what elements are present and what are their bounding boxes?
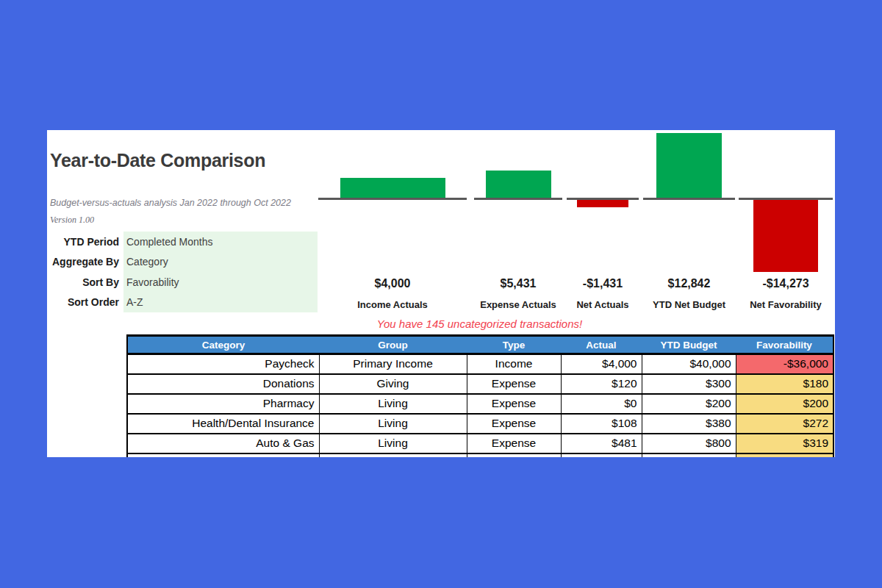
cell-group[interactable]: Giving — [319, 374, 467, 394]
bar-value-label: $4,000 — [318, 277, 467, 290]
dashboard-panel: Year-to-Date Comparison Budget-versus-ac… — [47, 130, 835, 457]
table-header-row: Category Group Type Actual YTD Budget Fa… — [127, 336, 833, 354]
cell-actual[interactable]: $4,000 — [561, 354, 642, 374]
sort-order-label: Sort Order — [50, 296, 123, 308]
table-row: Paycheck Primary Income Income $4,000 $4… — [127, 354, 833, 374]
ytd-period-value-cell[interactable]: Completed Months — [123, 232, 318, 252]
bar-ytd-net-budget — [656, 133, 722, 198]
uncategorized-warning: You have 145 uncategorized transactions! — [126, 318, 833, 330]
table-row: Health/Dental Insurance Living Expense $… — [127, 414, 833, 434]
cell-type[interactable]: Expense — [467, 394, 561, 414]
cell-ytd-budget[interactable]: $300 — [642, 374, 736, 394]
cell-group[interactable]: Living — [319, 414, 467, 434]
bar-value-label: -$1,431 — [567, 277, 639, 290]
bar-income-actuals — [340, 178, 445, 198]
chart-column-income-actuals: $4,000 Income Actuals — [318, 133, 467, 317]
version-label: Version 1.00 — [50, 215, 94, 226]
setting-row-ytd-period: YTD Period Completed Months — [50, 232, 318, 252]
setting-row-aggregate-by: Aggregate By Category — [50, 252, 318, 273]
cell-favorability[interactable]: -$36,000 — [736, 354, 833, 374]
cell-group[interactable]: Living — [319, 394, 467, 414]
ytd-period-label: YTD Period — [50, 236, 123, 248]
cell-ytd-budget[interactable]: $40,000 — [642, 354, 736, 374]
setting-row-sort-order: Sort Order A-Z — [50, 293, 318, 313]
setting-row-sort-by: Sort By Favorability — [50, 272, 318, 293]
aggregate-by-label: Aggregate By — [50, 256, 123, 268]
cell-category[interactable]: Pharmacy — [127, 394, 319, 414]
axis-baseline — [474, 198, 562, 200]
axis-baseline — [567, 198, 639, 200]
cell-category[interactable]: Auto & Gas — [127, 434, 319, 453]
chart-column-net-actuals: -$1,431 Net Actuals — [567, 133, 639, 317]
report-subtitle: Budget-versus-actuals analysis Jan 2022 … — [50, 198, 291, 208]
cell-actual[interactable]: $481 — [561, 434, 642, 453]
axis-baseline — [643, 198, 735, 200]
cell-type[interactable]: Expense — [467, 414, 561, 434]
cell-group[interactable]: Primary Income — [319, 354, 467, 374]
bar-category-label: Net Favorability — [739, 299, 833, 310]
cell-favorability[interactable]: $180 — [736, 374, 833, 394]
bar-net-actuals — [577, 200, 628, 207]
bar-value-label: $12,842 — [643, 277, 735, 290]
bar-net-favorability — [753, 200, 818, 272]
col-header-category[interactable]: Category — [127, 336, 319, 354]
table-row: Auto & Gas Living Expense $481 $800 $319 — [127, 434, 833, 453]
bar-category-label: Net Actuals — [567, 299, 639, 310]
cell-category[interactable]: Donations — [127, 374, 319, 394]
table-row: Donations Giving Expense $120 $300 $180 — [127, 374, 833, 394]
page-title: Year-to-Date Comparison — [50, 150, 265, 171]
chart-column-net-favorability: -$14,273 Net Favorability — [739, 133, 833, 317]
cell-category[interactable]: Health/Dental Insurance — [127, 414, 319, 434]
col-header-group[interactable]: Group — [319, 336, 467, 354]
bar-expense-actuals — [486, 171, 551, 198]
cell-category[interactable]: Paycheck — [127, 354, 319, 374]
cell-group[interactable]: Living — [319, 434, 467, 453]
col-header-actual[interactable]: Actual — [561, 336, 642, 354]
cell-actual[interactable]: $108 — [561, 414, 642, 434]
page-background: { "page": { "background": "#4267E2", "pa… — [0, 0, 882, 588]
cell-type[interactable]: Expense — [467, 374, 561, 394]
table-row-clipped — [127, 453, 833, 458]
bar-value-label: $5,431 — [474, 277, 562, 290]
cell-ytd-budget[interactable]: $200 — [642, 394, 736, 414]
cell-ytd-budget[interactable]: $380 — [642, 414, 736, 434]
cell-favorability-clipped — [736, 453, 833, 458]
bar-value-label: -$14,273 — [739, 277, 833, 290]
cell-favorability[interactable]: $319 — [736, 434, 833, 453]
cell-type[interactable]: Income — [467, 354, 561, 374]
chart-column-ytd-net-budget: $12,842 YTD Net Budget — [643, 133, 735, 317]
sort-by-value-cell[interactable]: Favorability — [123, 272, 318, 293]
cell-ytd-budget[interactable]: $800 — [642, 434, 736, 453]
sort-order-value-cell[interactable]: A-Z — [123, 293, 318, 313]
sort-by-label: Sort By — [50, 276, 123, 288]
chart-column-expense-actuals: $5,431 Expense Actuals — [474, 133, 562, 317]
cell-actual[interactable]: $0 — [561, 394, 642, 414]
bar-category-label: YTD Net Budget — [643, 299, 735, 310]
axis-baseline — [318, 198, 467, 200]
bar-category-label: Expense Actuals — [474, 299, 562, 310]
aggregate-by-value-cell[interactable]: Category — [123, 252, 318, 273]
budget-table: Category Group Type Actual YTD Budget Fa… — [126, 334, 834, 457]
cell-type[interactable]: Expense — [467, 434, 561, 453]
col-header-type[interactable]: Type — [467, 336, 561, 354]
cell-actual[interactable]: $120 — [561, 374, 642, 394]
col-header-favorability[interactable]: Favorability — [736, 336, 833, 354]
bar-category-label: Income Actuals — [318, 299, 467, 310]
col-header-ytd-budget[interactable]: YTD Budget — [642, 336, 736, 354]
cell-favorability[interactable]: $272 — [736, 414, 833, 434]
cell-favorability[interactable]: $200 — [736, 394, 833, 414]
settings-block: YTD Period Completed Months Aggregate By… — [50, 232, 318, 312]
axis-baseline — [739, 198, 833, 200]
table-row: Pharmacy Living Expense $0 $200 $200 — [127, 394, 833, 414]
